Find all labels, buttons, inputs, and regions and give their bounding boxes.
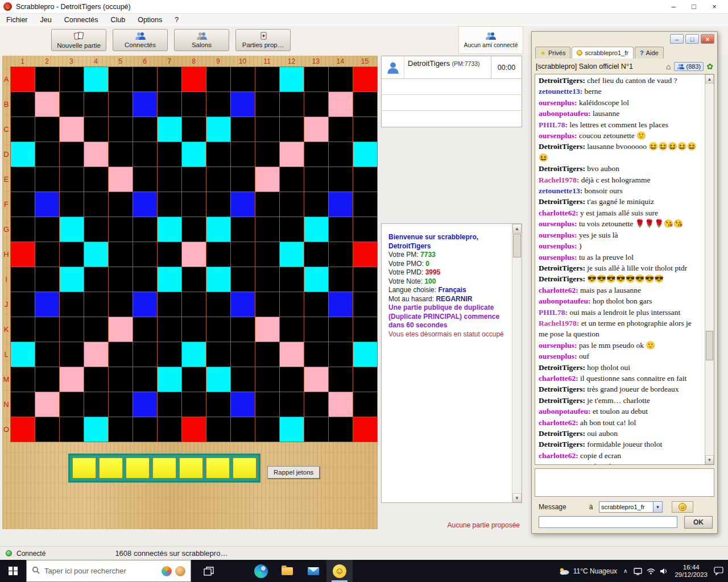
board-cell[interactable] — [353, 317, 377, 342]
board-cell[interactable] — [255, 142, 279, 167]
board-cell[interactable] — [11, 242, 35, 267]
board-cell[interactable] — [206, 242, 230, 267]
board-cell[interactable] — [329, 292, 353, 317]
board-cell[interactable] — [158, 67, 181, 92]
menu-item-2[interactable]: Connectés — [58, 14, 105, 26]
board-cell[interactable] — [206, 117, 230, 142]
board-cell[interactable] — [133, 167, 157, 192]
board-cell[interactable] — [231, 92, 255, 117]
edge-button[interactable] — [248, 560, 274, 582]
board-cell[interactable] — [255, 217, 279, 242]
chat-maximize-button[interactable]: □ — [685, 34, 699, 44]
board-cell[interactable] — [353, 292, 377, 317]
board-cell[interactable] — [84, 367, 108, 392]
board-cell[interactable] — [329, 367, 353, 392]
board-cell[interactable] — [280, 217, 304, 242]
board-cell[interactable] — [60, 417, 84, 442]
home-icon[interactable]: ⌂ — [666, 62, 671, 71]
board-cell[interactable] — [109, 142, 133, 167]
board-cell[interactable] — [280, 242, 304, 267]
board-cell[interactable] — [206, 317, 230, 342]
board-cell[interactable] — [255, 92, 279, 117]
board-cell[interactable] — [35, 417, 59, 442]
board-cell[interactable] — [304, 117, 328, 142]
board-cell[interactable] — [329, 267, 353, 292]
board-cell[interactable] — [353, 142, 377, 167]
board-cell[interactable] — [353, 242, 377, 267]
network-icon[interactable] — [647, 568, 655, 575]
board-cell[interactable] — [133, 317, 157, 342]
board-cell[interactable] — [255, 167, 279, 192]
board-cell[interactable] — [84, 392, 108, 417]
board-cell[interactable] — [109, 217, 133, 242]
board-cell[interactable] — [35, 267, 59, 292]
board-cell[interactable] — [329, 392, 353, 417]
board-cell[interactable] — [11, 342, 35, 367]
tab-scrabblepro1-fr[interactable]: scrabblepro1_fr — [572, 47, 633, 59]
board-cell[interactable] — [60, 217, 84, 242]
chat-scroll-down-icon[interactable]: ▼ — [705, 455, 714, 464]
board-cell[interactable] — [35, 142, 59, 167]
board-cell[interactable] — [11, 392, 35, 417]
display-icon[interactable] — [634, 567, 642, 575]
rack-tile[interactable] — [126, 458, 150, 479]
board-cell[interactable] — [280, 67, 304, 92]
emoticon-button[interactable]: ☺ — [672, 501, 693, 513]
board-cell[interactable] — [231, 267, 255, 292]
board-cell[interactable] — [329, 342, 353, 367]
board-cell[interactable] — [11, 67, 35, 92]
board-cell[interactable] — [353, 342, 377, 367]
board-cell[interactable] — [182, 292, 206, 317]
board-cell[interactable] — [133, 92, 157, 117]
scroll-thumb[interactable] — [513, 234, 521, 257]
board-cell[interactable] — [158, 367, 181, 392]
board-cell[interactable] — [304, 242, 328, 267]
board-cell[interactable] — [255, 192, 279, 217]
board-cell[interactable] — [353, 67, 377, 92]
board-cell[interactable] — [329, 142, 353, 167]
board-cell[interactable] — [304, 217, 328, 242]
board-cell[interactable] — [182, 142, 206, 167]
board-cell[interactable] — [60, 92, 84, 117]
board-cell[interactable] — [231, 367, 255, 392]
board-cell[interactable] — [109, 417, 133, 442]
board-cell[interactable] — [133, 117, 157, 142]
board-cell[interactable] — [304, 342, 328, 367]
board-cell[interactable] — [280, 142, 304, 167]
board-cell[interactable] — [329, 67, 353, 92]
board-cell[interactable] — [60, 242, 84, 267]
board-cell[interactable] — [60, 342, 84, 367]
board-cell[interactable] — [11, 292, 35, 317]
board-cell[interactable] — [133, 242, 157, 267]
board-cell[interactable] — [109, 242, 133, 267]
board-cell[interactable] — [206, 392, 230, 417]
menu-item-5[interactable]: ? — [168, 14, 185, 26]
rack-tile[interactable] — [152, 458, 176, 479]
menu-item-4[interactable]: Options — [131, 14, 168, 26]
board-cell[interactable] — [304, 292, 328, 317]
board-cell[interactable] — [182, 417, 206, 442]
board-cell[interactable] — [280, 292, 304, 317]
board-cell[interactable] — [11, 217, 35, 242]
board-cell[interactable] — [158, 292, 181, 317]
board-cell[interactable] — [280, 167, 304, 192]
board-cell[interactable] — [84, 142, 108, 167]
scroll-down-icon[interactable]: ▼ — [512, 493, 522, 502]
board-cell[interactable] — [133, 342, 157, 367]
board-cell[interactable] — [133, 367, 157, 392]
board-cell[interactable] — [231, 217, 255, 242]
board-cell[interactable] — [329, 417, 353, 442]
board-cell[interactable] — [11, 192, 35, 217]
board-cell[interactable] — [206, 217, 230, 242]
board-cell[interactable] — [84, 417, 108, 442]
board-cell[interactable] — [329, 117, 353, 142]
board-cell[interactable] — [206, 367, 230, 392]
board-cell[interactable] — [329, 192, 353, 217]
board-cell[interactable] — [206, 417, 230, 442]
board-cell[interactable] — [304, 367, 328, 392]
board-cell[interactable] — [329, 217, 353, 242]
menu-item-3[interactable]: Club — [104, 14, 131, 26]
board-cell[interactable] — [255, 367, 279, 392]
board-cell[interactable] — [206, 192, 230, 217]
board-cell[interactable] — [353, 367, 377, 392]
